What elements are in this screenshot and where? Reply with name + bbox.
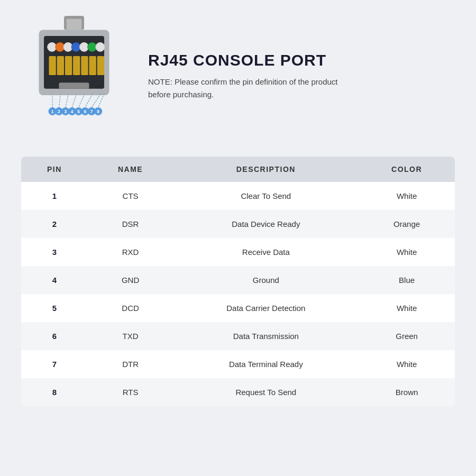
cell-color: White — [359, 182, 455, 210]
svg-point-7 — [71, 42, 80, 51]
svg-rect-15 — [81, 56, 88, 75]
table-body: 1CTSClear To SendWhite2DSRData Device Re… — [21, 182, 455, 406]
svg-rect-1 — [67, 19, 82, 30]
svg-line-24 — [85, 94, 93, 107]
cell-pin: 7 — [21, 350, 88, 378]
cell-color: Orange — [359, 210, 455, 238]
cell-pin: 3 — [21, 238, 88, 266]
cell-description: Request To Send — [173, 378, 359, 406]
svg-rect-13 — [65, 56, 72, 75]
svg-rect-17 — [97, 56, 104, 75]
svg-point-5 — [56, 42, 65, 51]
svg-text:4: 4 — [71, 109, 74, 114]
cell-description: Clear To Send — [173, 182, 359, 210]
svg-rect-11 — [49, 56, 56, 75]
cell-name: RXD — [88, 238, 173, 266]
header-section: 1 2 3 4 5 6 7 8 RJ45 CONSOLE PORT NOTE: … — [21, 16, 455, 142]
col-description: DESCRIPTION — [173, 157, 359, 182]
cell-name: CTS — [88, 182, 173, 210]
svg-point-9 — [88, 42, 97, 51]
cell-color: Green — [359, 322, 455, 350]
table-row: 1CTSClear To SendWhite — [21, 182, 455, 210]
cell-pin: 6 — [21, 322, 88, 350]
page: 1 2 3 4 5 6 7 8 RJ45 CONSOLE PORT NOTE: … — [0, 0, 476, 476]
svg-text:3: 3 — [64, 109, 67, 114]
cell-color: White — [359, 294, 455, 322]
cell-name: DCD — [88, 294, 173, 322]
svg-point-8 — [79, 42, 88, 51]
table-row: 7DTRData Terminal ReadyWhite — [21, 350, 455, 378]
table-row: 4GNDGroundBlue — [21, 266, 455, 294]
cell-name: TXD — [88, 322, 173, 350]
svg-point-10 — [96, 42, 105, 51]
col-pin: PIN — [21, 157, 88, 182]
cell-pin: 4 — [21, 266, 88, 294]
cell-color: Blue — [359, 266, 455, 294]
title-area: RJ45 CONSOLE PORT NOTE: Please confirm t… — [148, 51, 455, 101]
svg-text:8: 8 — [97, 109, 99, 114]
cell-description: Data Carrier Detection — [173, 294, 359, 322]
svg-rect-16 — [89, 56, 96, 75]
cell-pin: 2 — [21, 210, 88, 238]
pin-table: PIN NAME DESCRIPTION COLOR 1CTSClear To … — [21, 157, 455, 406]
table-row: 5DCDData Carrier DetectionWhite — [21, 294, 455, 322]
table-row: 8RTSRequest To SendBrown — [21, 378, 455, 406]
col-name: NAME — [88, 157, 173, 182]
cell-name: RTS — [88, 378, 173, 406]
cell-color: Brown — [359, 378, 455, 406]
cell-pin: 8 — [21, 378, 88, 406]
svg-text:2: 2 — [58, 109, 60, 114]
page-note: NOTE: Please confirm the pin definition … — [148, 76, 349, 101]
svg-line-22 — [72, 94, 77, 107]
cell-description: Data Terminal Ready — [173, 350, 359, 378]
svg-rect-18 — [59, 83, 89, 88]
svg-line-21 — [66, 94, 69, 107]
connector-illustration: 1 2 3 4 5 6 7 8 — [21, 16, 127, 136]
cell-description: Ground — [173, 266, 359, 294]
cell-name: GND — [88, 266, 173, 294]
cell-description: Receive Data — [173, 238, 359, 266]
cell-color: White — [359, 350, 455, 378]
cell-description: Data Device Ready — [173, 210, 359, 238]
cell-pin: 1 — [21, 182, 88, 210]
svg-point-4 — [48, 42, 57, 51]
table-header-row: PIN NAME DESCRIPTION COLOR — [21, 157, 455, 182]
cell-name: DSR — [88, 210, 173, 238]
svg-text:7: 7 — [90, 109, 93, 114]
svg-rect-14 — [73, 56, 80, 75]
svg-line-20 — [59, 94, 61, 107]
cell-name: DTR — [88, 350, 173, 378]
page-title: RJ45 CONSOLE PORT — [148, 51, 455, 69]
svg-text:6: 6 — [84, 109, 87, 114]
cell-color: White — [359, 238, 455, 266]
table-header: PIN NAME DESCRIPTION COLOR — [21, 157, 455, 182]
table-row: 6TXDData TransmissionGreen — [21, 322, 455, 350]
svg-rect-12 — [57, 56, 64, 75]
cell-description: Data Transmission — [173, 322, 359, 350]
svg-line-23 — [79, 94, 85, 107]
svg-line-25 — [91, 94, 100, 107]
svg-text:5: 5 — [77, 109, 80, 114]
cell-pin: 5 — [21, 294, 88, 322]
table-row: 3RXDReceive DataWhite — [21, 238, 455, 266]
svg-point-6 — [63, 42, 72, 51]
table-row: 2DSRData Device ReadyOrange — [21, 210, 455, 238]
col-color: COLOR — [359, 157, 455, 182]
svg-text:1: 1 — [51, 109, 54, 114]
